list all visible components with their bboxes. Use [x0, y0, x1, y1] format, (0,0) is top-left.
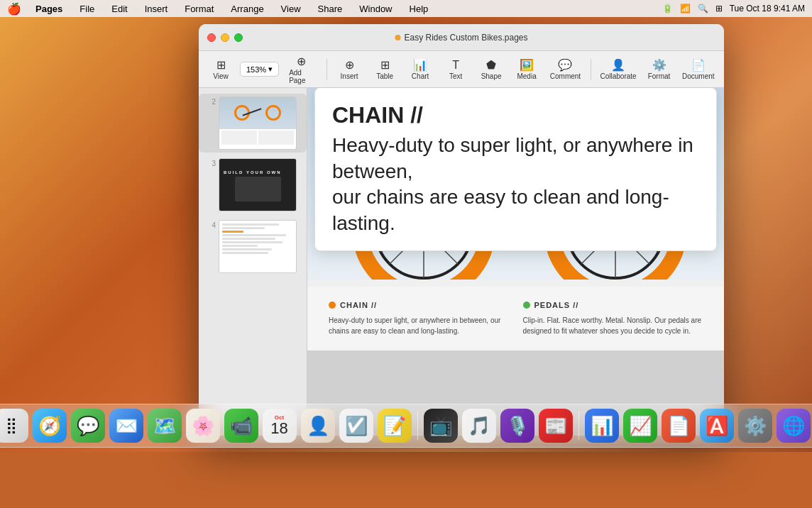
chain-heading: CHAIN //: [329, 301, 509, 309]
format-label: Format: [648, 72, 671, 80]
chain-dot: [329, 302, 336, 309]
thumbnail-page-4[interactable]: 4: [199, 217, 307, 276]
format-menu[interactable]: Format: [182, 2, 216, 16]
dock-numbers[interactable]: 📈: [623, 409, 657, 443]
minimize-button[interactable]: [221, 33, 229, 42]
dock-sysprefs[interactable]: ⚙️: [738, 409, 772, 443]
dock-reminders[interactable]: ☑️: [339, 409, 373, 443]
dock-podcasts[interactable]: 🎙️: [500, 409, 534, 443]
dock-calendar[interactable]: Oct 18: [263, 409, 297, 443]
document-button[interactable]: 📄 Document: [679, 55, 718, 83]
wifi-icon: 📶: [680, 4, 691, 13]
notes-icon: 📝: [383, 415, 406, 437]
insert-button[interactable]: ⊕ Insert: [333, 55, 366, 83]
tooltip-heading: CHAIN //: [332, 102, 699, 128]
zoom-value: 153%: [246, 65, 266, 74]
thumbnail-page-2[interactable]: 2: [199, 94, 307, 153]
insert-menu[interactable]: Insert: [142, 2, 171, 16]
thumb-image-2: [219, 96, 297, 150]
thumbnail-page-3[interactable]: 3 BUILD YOUR OWN: [199, 155, 307, 214]
comment-button[interactable]: 💬 Comment: [546, 55, 585, 83]
menubar-left: 🍎 Pages File Edit Insert Format Arrange …: [7, 2, 431, 16]
thumb-number-4: 4: [204, 221, 216, 229]
app-name[interactable]: Pages: [33, 2, 65, 16]
dock-maps[interactable]: 🗺️: [148, 409, 182, 443]
table-button[interactable]: ⊞ Table: [368, 55, 401, 83]
thumbnail-sidebar: 2: [199, 88, 307, 436]
tooltip-body: Heavy-duty to super light, or anywhere i…: [332, 133, 699, 236]
reminders-icon: ☑️: [345, 415, 368, 437]
keynote-icon: 📊: [591, 415, 613, 437]
dock-notes[interactable]: 📝: [378, 409, 412, 443]
pedals-dot: [523, 302, 530, 309]
search-icon[interactable]: 🔍: [698, 4, 708, 13]
dock-photos[interactable]: 🌸: [186, 409, 220, 443]
dock-music[interactable]: 🎵: [462, 409, 496, 443]
content-below: CHAIN // Heavy-duty to super light, or a…: [307, 287, 724, 350]
format-button[interactable]: ⚙️ Format: [643, 55, 676, 83]
dock-news[interactable]: 📰: [539, 409, 573, 443]
pedals-text: Clip-in. Flat. Race worthy. Metal. Nonsl…: [523, 315, 703, 336]
dock-tv[interactable]: 📺: [424, 409, 458, 443]
text-icon: T: [452, 59, 459, 72]
share-menu[interactable]: Share: [315, 2, 346, 16]
window-menu[interactable]: Window: [356, 2, 395, 16]
dock-arc[interactable]: 🌐: [777, 409, 811, 443]
window-title: Easy Rides Custom Bikes.pages: [395, 33, 527, 43]
toolbar: ⊞ View 153% ▾ ⊕ Add Page ⊕ Insert ⊞ Tabl…: [199, 51, 724, 88]
chain-column: CHAIN // Heavy-duty to super light, or a…: [329, 301, 509, 336]
columns-section: CHAIN // Heavy-duty to super light, or a…: [307, 287, 724, 350]
shape-button[interactable]: ⬟ Shape: [475, 55, 508, 83]
zoom-control[interactable]: 153% ▾: [240, 62, 279, 77]
view-button[interactable]: ⊞ View: [204, 55, 237, 83]
close-button[interactable]: [207, 33, 216, 42]
control-center-icon[interactable]: ⊞: [715, 4, 723, 13]
maximize-button[interactable]: [234, 33, 243, 42]
comment-icon: 💬: [558, 58, 572, 72]
dock-pages[interactable]: 📄: [662, 409, 696, 443]
sysprefs-icon: ⚙️: [744, 415, 767, 437]
chart-button[interactable]: 📊 Chart: [404, 55, 437, 83]
add-page-button[interactable]: ⊕ Add Page: [282, 52, 321, 87]
dock-facetime[interactable]: 📹: [224, 409, 258, 443]
document-label: Document: [682, 72, 715, 80]
battery-icon: 🔋: [662, 4, 673, 13]
maps-icon: 🗺️: [153, 415, 176, 437]
arrange-menu[interactable]: Arrange: [228, 2, 266, 16]
thumb-number-2: 2: [204, 98, 216, 106]
media-button[interactable]: 🖼️ Media: [510, 55, 543, 83]
dock-mail[interactable]: ✉️: [109, 409, 143, 443]
facetime-icon: 📹: [230, 415, 253, 437]
tooltip-body-line1: Heavy-duty to super light, or anywhere i…: [332, 134, 693, 182]
window-content: 2: [199, 88, 724, 436]
window-title-text: Easy Rides Custom Bikes.pages: [404, 33, 527, 43]
dock-messages[interactable]: 💬: [71, 409, 105, 443]
file-menu[interactable]: File: [77, 2, 97, 16]
thumb-number-3: 3: [204, 160, 216, 167]
edit-menu[interactable]: Edit: [109, 2, 130, 16]
desktop: Easy Rides Custom Bikes.pages ⊞ View 153…: [0, 17, 812, 452]
chart-icon: 📊: [413, 58, 427, 72]
apple-menu[interactable]: 🍎: [7, 2, 21, 16]
dock-separator-2: [578, 412, 579, 440]
dock-keynote[interactable]: 📊: [585, 409, 619, 443]
help-menu[interactable]: Help: [407, 2, 432, 16]
insert-icon: ⊕: [345, 58, 354, 72]
zoom-chevron: ▾: [268, 65, 273, 74]
insert-label: Insert: [341, 72, 358, 80]
clock: Tue Oct 18 9:41 AM: [730, 4, 805, 13]
window-titlebar: Easy Rides Custom Bikes.pages: [199, 24, 724, 51]
collaborate-label: Collaborate: [600, 72, 636, 80]
dock-launchpad[interactable]: ⣿: [0, 409, 28, 443]
dock-contacts[interactable]: 👤: [301, 409, 335, 443]
toolbar-divider-1: [327, 59, 327, 80]
thumb-image-3: BUILD YOUR OWN: [219, 158, 297, 211]
media-label: Media: [517, 72, 536, 80]
dock-appstore[interactable]: 🅰️: [700, 409, 734, 443]
view-menu[interactable]: View: [278, 2, 304, 16]
mail-icon: ✉️: [115, 415, 138, 437]
dock-safari[interactable]: 🧭: [33, 409, 67, 443]
text-button[interactable]: T Text: [439, 56, 472, 83]
collaborate-button[interactable]: 👤 Collaborate: [597, 55, 640, 83]
safari-icon: 🧭: [38, 415, 61, 437]
